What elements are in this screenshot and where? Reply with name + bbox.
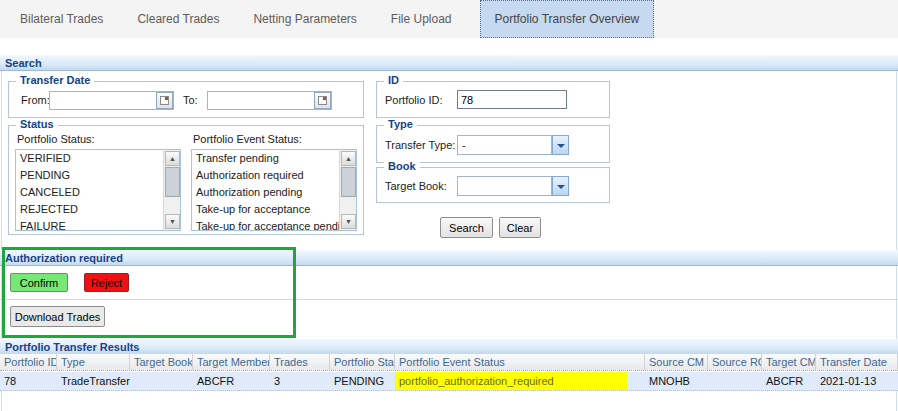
status-badge: portfolio_authorization_required bbox=[395, 372, 627, 390]
scrollbar[interactable]: ▲ ▼ bbox=[339, 150, 356, 230]
clear-button[interactable]: Clear bbox=[499, 217, 541, 238]
transfer-date-legend: Transfer Date bbox=[16, 74, 94, 86]
tab-netting-parameters[interactable]: Netting Parameters bbox=[239, 0, 370, 38]
results-section-header: Portfolio Transfer Results bbox=[0, 339, 898, 355]
calendar-icon bbox=[160, 96, 169, 105]
scrollbar-thumb[interactable] bbox=[341, 167, 356, 197]
portfolio-status-options: VERIFIED PENDING CANCELED REJECTED FAILU… bbox=[16, 150, 163, 231]
reject-button[interactable]: Reject bbox=[84, 273, 129, 292]
from-date-field bbox=[49, 91, 174, 110]
list-item[interactable]: REJECTED bbox=[16, 201, 163, 218]
status-fieldset: Status Portfolio Status: VERIFIED PENDIN… bbox=[8, 125, 364, 235]
cell-target-member: ABCFR bbox=[193, 372, 270, 390]
portfolio-status-label: Portfolio Status: bbox=[17, 133, 95, 145]
to-date-field bbox=[207, 91, 332, 110]
list-item[interactable]: Transfer pending bbox=[192, 150, 339, 167]
list-item[interactable]: PENDING bbox=[16, 167, 163, 184]
list-item[interactable]: VERIFIED bbox=[16, 150, 163, 167]
confirm-button[interactable]: Confirm bbox=[10, 273, 68, 292]
book-fieldset: Book Target Book: bbox=[376, 167, 610, 203]
column-header-portfolio-event-status[interactable]: Portfolio Event Status bbox=[395, 354, 645, 370]
transfer-type-label: Transfer Type: bbox=[385, 139, 455, 151]
cell-trades: 3 bbox=[270, 372, 330, 390]
target-book-value bbox=[457, 176, 552, 196]
column-header-type[interactable]: Type bbox=[57, 354, 130, 370]
column-header-source-rc[interactable]: Source RC bbox=[708, 354, 762, 370]
to-label: To: bbox=[183, 94, 198, 106]
column-header-target-member[interactable]: Target Member ... bbox=[193, 354, 270, 370]
results-table-header: Portfolio ID Type Target Book Target Mem… bbox=[0, 354, 898, 371]
list-item[interactable]: Take-up for acceptance bbox=[192, 201, 339, 218]
authorization-section-header: Authorization required bbox=[0, 250, 898, 266]
tab-bilateral-trades[interactable]: Bilateral Trades bbox=[6, 0, 117, 38]
transfer-type-combobox[interactable]: - bbox=[457, 135, 569, 155]
cell-transfer-date: 2021-01-13 bbox=[816, 372, 898, 390]
app-window: Bilateral Trades Cleared Trades Netting … bbox=[0, 0, 898, 411]
type-fieldset: Type Transfer Type: - bbox=[376, 125, 610, 163]
portfolio-id-label: Portfolio ID: bbox=[385, 94, 442, 106]
portfolio-event-status-options: Transfer pending Authorization required … bbox=[192, 150, 339, 231]
type-legend: Type bbox=[384, 118, 417, 130]
chevron-down-icon[interactable]: ▼ bbox=[341, 214, 356, 229]
portfolio-event-status-listbox[interactable]: Transfer pending Authorization required … bbox=[191, 149, 357, 231]
search-button[interactable]: Search bbox=[440, 217, 493, 238]
cell-source-rc bbox=[708, 372, 762, 390]
to-calendar-button[interactable] bbox=[314, 92, 331, 109]
chevron-up-icon[interactable]: ▲ bbox=[165, 151, 180, 166]
column-header-trades[interactable]: Trades bbox=[270, 354, 330, 370]
cell-target-cm: ABCFR bbox=[762, 372, 816, 390]
from-calendar-button[interactable] bbox=[156, 92, 173, 109]
chevron-down-icon[interactable]: ▼ bbox=[165, 214, 180, 229]
column-header-target-cm[interactable]: Target CM bbox=[762, 354, 816, 370]
target-book-combobox[interactable] bbox=[457, 176, 569, 196]
cell-portfolio-event-status: portfolio_authorization_required bbox=[395, 372, 645, 390]
column-header-portfolio-id[interactable]: Portfolio ID bbox=[0, 354, 57, 370]
from-label: From: bbox=[21, 94, 50, 106]
tab-bar: Bilateral Trades Cleared Trades Netting … bbox=[0, 0, 898, 38]
list-item[interactable]: Take-up for acceptance pending bbox=[192, 218, 339, 231]
transfer-date-fieldset: Transfer Date From: To: bbox=[8, 81, 364, 118]
table-row[interactable]: 78 TradeTransfer ABCFR 3 PENDING portfol… bbox=[0, 372, 898, 391]
list-item[interactable]: Authorization pending bbox=[192, 184, 339, 201]
portfolio-id-input[interactable] bbox=[457, 90, 567, 109]
calendar-icon bbox=[318, 96, 327, 105]
column-header-transfer-date[interactable]: Transfer Date bbox=[816, 354, 898, 370]
chevron-down-icon[interactable] bbox=[552, 176, 569, 196]
list-item[interactable]: FAILURE bbox=[16, 218, 163, 231]
portfolio-event-status-label: Portfolio Event Status: bbox=[193, 133, 302, 145]
toolbar-separator bbox=[0, 299, 898, 300]
column-header-source-cm[interactable]: Source CM bbox=[645, 354, 708, 370]
status-legend: Status bbox=[16, 118, 58, 130]
id-legend: ID bbox=[384, 74, 403, 86]
chevron-down-icon[interactable] bbox=[552, 135, 569, 155]
scrollbar[interactable]: ▲ ▼ bbox=[163, 150, 180, 230]
column-header-target-book[interactable]: Target Book bbox=[130, 354, 193, 370]
search-section-header: Search bbox=[0, 55, 898, 71]
cell-type: TradeTransfer bbox=[57, 372, 130, 390]
cell-portfolio-status: PENDING bbox=[330, 372, 395, 390]
download-trades-button[interactable]: Download Trades bbox=[10, 306, 105, 327]
tab-file-upload[interactable]: File Upload bbox=[377, 0, 466, 38]
list-item[interactable]: CANCELED bbox=[16, 184, 163, 201]
cell-source-cm: MNOHB bbox=[645, 372, 708, 390]
cell-portfolio-id: 78 bbox=[0, 372, 57, 390]
book-legend: Book bbox=[384, 160, 420, 172]
transfer-type-value: - bbox=[457, 135, 552, 155]
column-header-portfolio-status[interactable]: Portfolio Status bbox=[330, 354, 395, 370]
list-item[interactable]: Authorization required bbox=[192, 167, 339, 184]
tab-portfolio-transfer-overview[interactable]: Portfolio Transfer Overview bbox=[480, 0, 655, 38]
chevron-up-icon[interactable]: ▲ bbox=[341, 151, 356, 166]
tab-cleared-trades[interactable]: Cleared Trades bbox=[123, 0, 233, 38]
portfolio-status-listbox[interactable]: VERIFIED PENDING CANCELED REJECTED FAILU… bbox=[15, 149, 181, 231]
target-book-label: Target Book: bbox=[385, 180, 447, 192]
cell-target-book bbox=[130, 372, 193, 390]
id-fieldset: ID Portfolio ID: bbox=[376, 81, 610, 118]
scrollbar-thumb[interactable] bbox=[165, 167, 180, 197]
